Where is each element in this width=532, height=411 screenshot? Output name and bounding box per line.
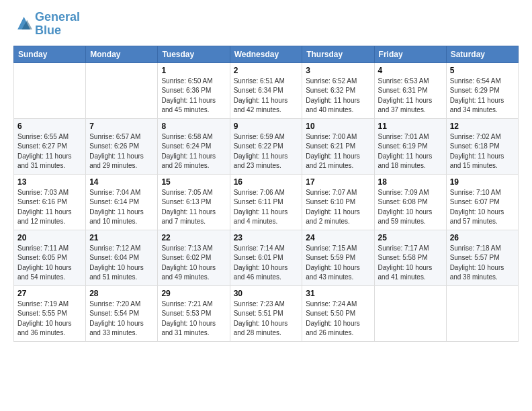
calendar-cell: 8Sunrise: 6:58 AM Sunset: 6:24 PM Daylig… — [158, 118, 230, 174]
calendar-cell: 30Sunrise: 7:23 AM Sunset: 5:51 PM Dayli… — [230, 285, 302, 341]
day-info: Sunrise: 7:05 AM Sunset: 6:13 PM Dayligh… — [161, 188, 226, 227]
header: General Blue — [13, 11, 519, 38]
day-info: Sunrise: 7:00 AM Sunset: 6:21 PM Dayligh… — [306, 132, 370, 171]
day-number: 18 — [378, 177, 443, 187]
calendar-cell: 4Sunrise: 6:53 AM Sunset: 6:31 PM Daylig… — [374, 62, 446, 118]
day-number: 11 — [378, 122, 443, 131]
day-number: 17 — [306, 177, 370, 187]
calendar-cell: 17Sunrise: 7:07 AM Sunset: 6:10 PM Dayli… — [302, 174, 374, 230]
day-info: Sunrise: 7:13 AM Sunset: 6:02 PM Dayligh… — [161, 244, 226, 283]
calendar-cell: 1Sunrise: 6:50 AM Sunset: 6:36 PM Daylig… — [158, 62, 230, 118]
calendar-cell: 25Sunrise: 7:17 AM Sunset: 5:58 PM Dayli… — [374, 230, 446, 285]
weekday-header-wednesday: Wednesday — [230, 46, 302, 62]
day-info: Sunrise: 7:06 AM Sunset: 6:11 PM Dayligh… — [234, 188, 299, 227]
day-info: Sunrise: 7:04 AM Sunset: 6:14 PM Dayligh… — [89, 188, 154, 227]
calendar-cell: 27Sunrise: 7:19 AM Sunset: 5:55 PM Dayli… — [14, 285, 86, 341]
calendar-cell: 22Sunrise: 7:13 AM Sunset: 6:02 PM Dayli… — [158, 230, 230, 285]
day-number: 14 — [89, 177, 154, 187]
page: General Blue SundayMondayTuesdayWednesda… — [0, 0, 532, 349]
day-info: Sunrise: 7:01 AM Sunset: 6:19 PM Dayligh… — [378, 132, 443, 171]
day-info: Sunrise: 6:54 AM Sunset: 6:29 PM Dayligh… — [450, 77, 515, 116]
calendar-cell: 31Sunrise: 7:24 AM Sunset: 5:50 PM Dayli… — [302, 285, 374, 341]
day-number: 3 — [306, 66, 370, 75]
calendar-cell: 20Sunrise: 7:11 AM Sunset: 6:05 PM Dayli… — [14, 230, 86, 285]
logo-icon — [13, 15, 32, 34]
weekday-header-tuesday: Tuesday — [158, 46, 230, 62]
day-info: Sunrise: 6:59 AM Sunset: 6:22 PM Dayligh… — [234, 132, 299, 171]
day-number: 2 — [234, 66, 299, 75]
week-row-4: 20Sunrise: 7:11 AM Sunset: 6:05 PM Dayli… — [14, 230, 519, 285]
day-info: Sunrise: 7:12 AM Sunset: 6:04 PM Dayligh… — [89, 244, 154, 283]
calendar-cell: 23Sunrise: 7:14 AM Sunset: 6:01 PM Dayli… — [230, 230, 302, 285]
calendar-cell: 2Sunrise: 6:51 AM Sunset: 6:34 PM Daylig… — [230, 62, 302, 118]
day-info: Sunrise: 7:24 AM Sunset: 5:50 PM Dayligh… — [306, 300, 370, 338]
day-info: Sunrise: 6:55 AM Sunset: 6:27 PM Dayligh… — [17, 132, 82, 171]
day-info: Sunrise: 7:19 AM Sunset: 5:55 PM Dayligh… — [17, 300, 82, 338]
calendar-cell: 24Sunrise: 7:15 AM Sunset: 5:59 PM Dayli… — [302, 230, 374, 285]
day-number: 19 — [450, 177, 515, 187]
weekday-header-sunday: Sunday — [14, 46, 86, 62]
calendar-cell: 16Sunrise: 7:06 AM Sunset: 6:11 PM Dayli… — [230, 174, 302, 230]
day-number: 15 — [161, 177, 226, 187]
weekday-header-friday: Friday — [374, 46, 446, 62]
calendar-cell: 7Sunrise: 6:57 AM Sunset: 6:26 PM Daylig… — [86, 118, 158, 174]
calendar-cell — [446, 285, 518, 341]
calendar-cell: 3Sunrise: 6:52 AM Sunset: 6:32 PM Daylig… — [302, 62, 374, 118]
logo-text-line1: General — [35, 11, 80, 24]
calendar-cell — [86, 62, 158, 118]
calendar-cell: 13Sunrise: 7:03 AM Sunset: 6:16 PM Dayli… — [14, 174, 86, 230]
logo-text-line2: Blue — [35, 24, 80, 38]
week-row-3: 13Sunrise: 7:03 AM Sunset: 6:16 PM Dayli… — [14, 174, 519, 230]
day-number: 23 — [234, 233, 299, 242]
weekday-header-thursday: Thursday — [302, 46, 374, 62]
day-number: 6 — [17, 122, 82, 131]
day-number: 28 — [89, 289, 154, 298]
calendar-cell: 11Sunrise: 7:01 AM Sunset: 6:19 PM Dayli… — [374, 118, 446, 174]
day-info: Sunrise: 6:50 AM Sunset: 6:36 PM Dayligh… — [161, 77, 226, 116]
day-info: Sunrise: 7:20 AM Sunset: 5:54 PM Dayligh… — [89, 300, 154, 338]
day-number: 26 — [450, 233, 515, 242]
day-info: Sunrise: 7:11 AM Sunset: 6:05 PM Dayligh… — [17, 244, 82, 283]
day-info: Sunrise: 7:07 AM Sunset: 6:10 PM Dayligh… — [306, 188, 370, 227]
calendar-cell — [14, 62, 86, 118]
day-info: Sunrise: 7:23 AM Sunset: 5:51 PM Dayligh… — [234, 300, 299, 338]
calendar-cell: 15Sunrise: 7:05 AM Sunset: 6:13 PM Dayli… — [158, 174, 230, 230]
day-number: 16 — [234, 177, 299, 187]
day-info: Sunrise: 7:18 AM Sunset: 5:57 PM Dayligh… — [450, 244, 515, 283]
calendar-cell: 28Sunrise: 7:20 AM Sunset: 5:54 PM Dayli… — [86, 285, 158, 341]
calendar-cell: 5Sunrise: 6:54 AM Sunset: 6:29 PM Daylig… — [446, 62, 518, 118]
day-number: 13 — [17, 177, 82, 187]
day-info: Sunrise: 6:51 AM Sunset: 6:34 PM Dayligh… — [234, 77, 299, 116]
day-number: 20 — [17, 233, 82, 242]
week-row-5: 27Sunrise: 7:19 AM Sunset: 5:55 PM Dayli… — [14, 285, 519, 341]
calendar-cell: 19Sunrise: 7:10 AM Sunset: 6:07 PM Dayli… — [446, 174, 518, 230]
day-number: 27 — [17, 289, 82, 298]
day-info: Sunrise: 7:15 AM Sunset: 5:59 PM Dayligh… — [306, 244, 370, 283]
day-info: Sunrise: 6:52 AM Sunset: 6:32 PM Dayligh… — [306, 77, 370, 116]
day-number: 5 — [450, 66, 515, 75]
calendar-cell: 26Sunrise: 7:18 AM Sunset: 5:57 PM Dayli… — [446, 230, 518, 285]
day-info: Sunrise: 7:14 AM Sunset: 6:01 PM Dayligh… — [234, 244, 299, 283]
day-info: Sunrise: 7:03 AM Sunset: 6:16 PM Dayligh… — [17, 188, 82, 227]
weekday-header-row: SundayMondayTuesdayWednesdayThursdayFrid… — [14, 46, 519, 62]
calendar-cell: 21Sunrise: 7:12 AM Sunset: 6:04 PM Dayli… — [86, 230, 158, 285]
day-number: 24 — [306, 233, 370, 242]
week-row-1: 1Sunrise: 6:50 AM Sunset: 6:36 PM Daylig… — [14, 62, 519, 118]
calendar-cell: 6Sunrise: 6:55 AM Sunset: 6:27 PM Daylig… — [14, 118, 86, 174]
day-number: 12 — [450, 122, 515, 131]
day-info: Sunrise: 6:58 AM Sunset: 6:24 PM Dayligh… — [161, 132, 226, 171]
calendar-cell: 12Sunrise: 7:02 AM Sunset: 6:18 PM Dayli… — [446, 118, 518, 174]
day-number: 29 — [161, 289, 226, 298]
day-number: 7 — [89, 122, 154, 131]
day-info: Sunrise: 7:17 AM Sunset: 5:58 PM Dayligh… — [378, 244, 443, 283]
day-number: 22 — [161, 233, 226, 242]
calendar: SundayMondayTuesdayWednesdayThursdayFrid… — [13, 46, 519, 342]
week-row-2: 6Sunrise: 6:55 AM Sunset: 6:27 PM Daylig… — [14, 118, 519, 174]
day-number: 8 — [161, 122, 226, 131]
weekday-header-saturday: Saturday — [446, 46, 518, 62]
calendar-cell: 9Sunrise: 6:59 AM Sunset: 6:22 PM Daylig… — [230, 118, 302, 174]
calendar-cell: 14Sunrise: 7:04 AM Sunset: 6:14 PM Dayli… — [86, 174, 158, 230]
day-number: 25 — [378, 233, 443, 242]
weekday-header-monday: Monday — [86, 46, 158, 62]
day-number: 1 — [161, 66, 226, 75]
